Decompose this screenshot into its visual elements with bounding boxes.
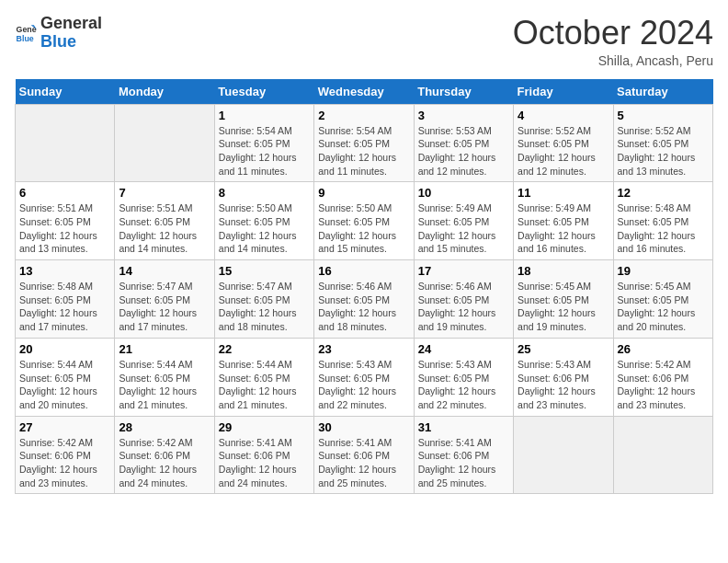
day-number: 10 xyxy=(418,186,509,200)
page-header: General Blue General Blue October 2024 S… xyxy=(15,15,713,68)
day-number: 31 xyxy=(418,420,509,434)
day-number: 11 xyxy=(518,186,609,200)
weekday-header-sunday: Sunday xyxy=(16,79,115,105)
day-detail: Sunrise: 5:48 AMSunset: 6:05 PMDaylight:… xyxy=(19,280,110,334)
day-number: 22 xyxy=(219,342,310,356)
calendar-cell xyxy=(16,104,115,182)
day-detail: Sunrise: 5:49 AMSunset: 6:05 PMDaylight:… xyxy=(518,201,609,256)
calendar-cell: 8Sunrise: 5:50 AMSunset: 6:05 PMDaylight… xyxy=(214,182,313,260)
calendar-cell: 15Sunrise: 5:47 AMSunset: 6:05 PMDayligh… xyxy=(214,260,313,339)
calendar-cell: 17Sunrise: 5:46 AMSunset: 6:05 PMDayligh… xyxy=(414,260,513,339)
day-detail: Sunrise: 5:44 AMSunset: 6:05 PMDaylight:… xyxy=(19,358,110,412)
logo-line1: General xyxy=(40,14,102,32)
day-number: 8 xyxy=(219,186,310,200)
day-number: 28 xyxy=(119,420,210,434)
weekday-header-friday: Friday xyxy=(514,79,613,105)
day-detail: Sunrise: 5:41 AMSunset: 6:06 PMDaylight:… xyxy=(418,436,509,490)
day-detail: Sunrise: 5:43 AMSunset: 6:06 PMDaylight:… xyxy=(518,358,609,412)
day-detail: Sunrise: 5:54 AMSunset: 6:05 PMDaylight:… xyxy=(318,124,409,178)
day-detail: Sunrise: 5:45 AMSunset: 6:05 PMDaylight:… xyxy=(618,280,709,334)
day-detail: Sunrise: 5:52 AMSunset: 6:05 PMDaylight:… xyxy=(618,124,709,178)
calendar-cell: 23Sunrise: 5:43 AMSunset: 6:05 PMDayligh… xyxy=(314,338,414,416)
calendar-cell: 6Sunrise: 5:51 AMSunset: 6:05 PMDaylight… xyxy=(16,182,115,260)
calendar-cell: 5Sunrise: 5:52 AMSunset: 6:05 PMDaylight… xyxy=(613,104,712,182)
logo-icon: General Blue xyxy=(15,22,37,44)
weekday-header-thursday: Thursday xyxy=(414,79,513,105)
calendar-cell: 28Sunrise: 5:42 AMSunset: 6:06 PMDayligh… xyxy=(115,416,214,494)
day-number: 29 xyxy=(219,420,310,434)
calendar-cell: 18Sunrise: 5:45 AMSunset: 6:05 PMDayligh… xyxy=(514,260,613,339)
day-number: 5 xyxy=(618,109,709,122)
day-detail: Sunrise: 5:43 AMSunset: 6:05 PMDaylight:… xyxy=(418,358,509,412)
day-number: 18 xyxy=(518,264,609,278)
day-detail: Sunrise: 5:49 AMSunset: 6:05 PMDaylight:… xyxy=(418,201,509,256)
day-number: 26 xyxy=(618,342,709,356)
day-detail: Sunrise: 5:50 AMSunset: 6:05 PMDaylight:… xyxy=(318,201,409,256)
week-row-5: 27Sunrise: 5:42 AMSunset: 6:06 PMDayligh… xyxy=(16,416,713,494)
calendar-cell: 26Sunrise: 5:42 AMSunset: 6:06 PMDayligh… xyxy=(613,338,712,416)
month-title: October 2024 xyxy=(513,15,713,52)
day-number: 2 xyxy=(318,109,409,122)
day-number: 3 xyxy=(418,109,509,122)
calendar-cell: 22Sunrise: 5:44 AMSunset: 6:05 PMDayligh… xyxy=(214,338,313,416)
day-number: 21 xyxy=(119,342,210,356)
title-block: October 2024 Shilla, Ancash, Peru xyxy=(513,15,713,68)
calendar-table: SundayMondayTuesdayWednesdayThursdayFrid… xyxy=(15,79,713,495)
day-detail: Sunrise: 5:42 AMSunset: 6:06 PMDaylight:… xyxy=(19,436,110,490)
calendar-cell: 20Sunrise: 5:44 AMSunset: 6:05 PMDayligh… xyxy=(16,338,115,416)
day-detail: Sunrise: 5:50 AMSunset: 6:05 PMDaylight:… xyxy=(219,201,310,256)
calendar-cell: 10Sunrise: 5:49 AMSunset: 6:05 PMDayligh… xyxy=(414,182,513,260)
day-number: 12 xyxy=(618,186,709,200)
day-detail: Sunrise: 5:41 AMSunset: 6:06 PMDaylight:… xyxy=(318,436,409,490)
calendar-cell xyxy=(613,416,712,494)
calendar-cell: 30Sunrise: 5:41 AMSunset: 6:06 PMDayligh… xyxy=(314,416,414,494)
calendar-cell: 2Sunrise: 5:54 AMSunset: 6:05 PMDaylight… xyxy=(314,104,414,182)
day-detail: Sunrise: 5:46 AMSunset: 6:05 PMDaylight:… xyxy=(418,280,509,334)
day-number: 15 xyxy=(219,264,310,278)
day-number: 24 xyxy=(418,342,509,356)
calendar-cell: 12Sunrise: 5:48 AMSunset: 6:05 PMDayligh… xyxy=(613,182,712,260)
day-number: 23 xyxy=(318,342,409,356)
calendar-cell: 29Sunrise: 5:41 AMSunset: 6:06 PMDayligh… xyxy=(214,416,313,494)
calendar-cell: 4Sunrise: 5:52 AMSunset: 6:05 PMDaylight… xyxy=(514,104,613,182)
day-detail: Sunrise: 5:41 AMSunset: 6:06 PMDaylight:… xyxy=(219,436,310,490)
calendar-cell: 31Sunrise: 5:41 AMSunset: 6:06 PMDayligh… xyxy=(414,416,513,494)
day-detail: Sunrise: 5:42 AMSunset: 6:06 PMDaylight:… xyxy=(119,436,210,490)
day-detail: Sunrise: 5:42 AMSunset: 6:06 PMDaylight:… xyxy=(618,358,709,412)
calendar-cell: 1Sunrise: 5:54 AMSunset: 6:05 PMDaylight… xyxy=(214,104,313,182)
day-detail: Sunrise: 5:44 AMSunset: 6:05 PMDaylight:… xyxy=(119,358,210,412)
week-row-2: 6Sunrise: 5:51 AMSunset: 6:05 PMDaylight… xyxy=(16,182,713,260)
day-detail: Sunrise: 5:47 AMSunset: 6:05 PMDaylight:… xyxy=(119,280,210,334)
calendar-cell xyxy=(514,416,613,494)
day-number: 4 xyxy=(518,109,609,122)
weekday-header-row: SundayMondayTuesdayWednesdayThursdayFrid… xyxy=(16,79,713,105)
calendar-cell: 19Sunrise: 5:45 AMSunset: 6:05 PMDayligh… xyxy=(613,260,712,339)
day-detail: Sunrise: 5:52 AMSunset: 6:05 PMDaylight:… xyxy=(518,124,609,178)
day-detail: Sunrise: 5:54 AMSunset: 6:05 PMDaylight:… xyxy=(219,124,310,178)
day-detail: Sunrise: 5:43 AMSunset: 6:05 PMDaylight:… xyxy=(318,358,409,412)
calendar-cell xyxy=(115,104,214,182)
location: Shilla, Ancash, Peru xyxy=(513,53,713,68)
calendar-cell: 24Sunrise: 5:43 AMSunset: 6:05 PMDayligh… xyxy=(414,338,513,416)
day-detail: Sunrise: 5:46 AMSunset: 6:05 PMDaylight:… xyxy=(318,280,409,334)
day-number: 16 xyxy=(318,264,409,278)
week-row-1: 1Sunrise: 5:54 AMSunset: 6:05 PMDaylight… xyxy=(16,104,713,182)
day-number: 9 xyxy=(318,186,409,200)
calendar-cell: 14Sunrise: 5:47 AMSunset: 6:05 PMDayligh… xyxy=(115,260,214,339)
day-number: 1 xyxy=(219,109,310,122)
day-number: 25 xyxy=(518,342,609,356)
day-number: 7 xyxy=(119,186,210,200)
weekday-header-monday: Monday xyxy=(115,79,214,105)
calendar-cell: 9Sunrise: 5:50 AMSunset: 6:05 PMDaylight… xyxy=(314,182,414,260)
day-number: 13 xyxy=(19,264,110,278)
day-number: 14 xyxy=(119,264,210,278)
day-detail: Sunrise: 5:48 AMSunset: 6:05 PMDaylight:… xyxy=(618,201,709,256)
day-detail: Sunrise: 5:44 AMSunset: 6:05 PMDaylight:… xyxy=(219,358,310,412)
day-number: 6 xyxy=(19,186,110,200)
logo: General Blue General Blue xyxy=(15,15,102,52)
calendar-cell: 13Sunrise: 5:48 AMSunset: 6:05 PMDayligh… xyxy=(16,260,115,339)
day-number: 20 xyxy=(19,342,110,356)
calendar-cell: 25Sunrise: 5:43 AMSunset: 6:06 PMDayligh… xyxy=(514,338,613,416)
day-detail: Sunrise: 5:53 AMSunset: 6:05 PMDaylight:… xyxy=(418,124,509,178)
week-row-4: 20Sunrise: 5:44 AMSunset: 6:05 PMDayligh… xyxy=(16,338,713,416)
